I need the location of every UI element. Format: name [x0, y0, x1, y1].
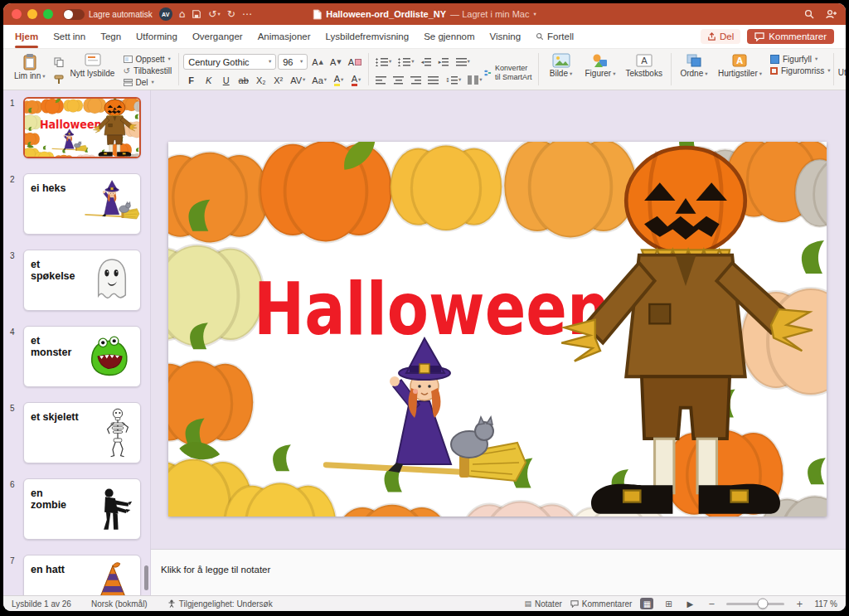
- slide-thumb-text: et skjelett: [31, 408, 79, 458]
- share-button-ribbon[interactable]: Del: [701, 29, 740, 44]
- align-left-button[interactable]: [373, 72, 389, 88]
- line-spacing-button[interactable]: ↕▾: [443, 72, 463, 88]
- avatar[interactable]: AV: [159, 7, 172, 21]
- insert-shapes-button[interactable]: Figurer▾: [581, 51, 620, 80]
- group-separator: [671, 53, 672, 85]
- bold-button[interactable]: F: [183, 72, 199, 88]
- change-case-button[interactable]: Aa▾: [309, 72, 329, 88]
- columns-button[interactable]: ▾: [465, 72, 484, 88]
- chevron-down-icon: ▾: [479, 77, 482, 83]
- shape-fill-button[interactable]: Figurfyll▾: [768, 55, 833, 64]
- format-painter-button[interactable]: [51, 72, 66, 87]
- document-title[interactable]: Halloween-ord_Ordliste_NY — Lagret i min…: [313, 3, 536, 25]
- align-center-button[interactable]: [391, 72, 406, 88]
- slide-thumbnail-5[interactable]: et skjelett: [23, 402, 141, 463]
- slide-number: 7: [10, 555, 23, 565]
- numbering-button[interactable]: ▾: [395, 54, 416, 70]
- increase-indent-button[interactable]: ▸: [436, 54, 452, 70]
- text-highlight-button[interactable]: A▾: [331, 72, 347, 88]
- slide-thumbnail-2[interactable]: ei heks: [23, 173, 141, 235]
- slide-thumbnail-6[interactable]: en zombie: [23, 478, 141, 540]
- insert-picture-button[interactable]: Bilde▾: [543, 51, 580, 80]
- tab-animasjoner[interactable]: Animasjoner: [258, 25, 311, 48]
- autosave-label: Lagre automatisk: [89, 10, 153, 19]
- slide-thumbnail-4[interactable]: et monster: [23, 326, 141, 387]
- tab-utforming[interactable]: Utforming: [136, 25, 177, 48]
- zoom-level[interactable]: 117 %: [814, 599, 837, 609]
- zoom-out-button[interactable]: −: [705, 598, 718, 609]
- fullscreen-button[interactable]: [43, 9, 53, 19]
- slide-number: 5: [10, 402, 23, 413]
- underline-button[interactable]: U: [218, 72, 234, 88]
- zoom-slider[interactable]: [726, 603, 784, 605]
- undo-button[interactable]: ↺▾: [208, 9, 220, 19]
- subscript-button[interactable]: X₂: [253, 72, 269, 88]
- strikethrough-button[interactable]: ab: [235, 72, 251, 88]
- comments-toggle-button[interactable]: Kommentarer: [570, 599, 633, 609]
- reset-button[interactable]: ↺ Tilbakestill: [121, 66, 175, 75]
- slide-thumbnail-3[interactable]: et spøkelse: [23, 250, 141, 311]
- shape-outline-button[interactable]: Figuromriss▾: [768, 66, 833, 75]
- normal-view-button[interactable]: ▦: [640, 598, 653, 609]
- justify-button[interactable]: [425, 72, 441, 88]
- tab-fortell[interactable]: Fortell: [536, 25, 574, 48]
- align-center-icon: [393, 75, 404, 85]
- slideshow-button[interactable]: ▶: [683, 598, 696, 609]
- character-spacing-button[interactable]: AV▾: [288, 72, 308, 88]
- align-right-button[interactable]: [408, 72, 424, 88]
- accessibility-button[interactable]: Tilgjengelighet: Undersøk: [167, 599, 273, 609]
- insert-textbox-button[interactable]: A Tekstboks: [621, 51, 666, 80]
- clear-formatting-button[interactable]: A: [346, 54, 364, 70]
- tab-se-gjennom[interactable]: Se gjennom: [424, 25, 474, 48]
- bullets-button[interactable]: ▾: [373, 54, 394, 70]
- text-direction-button[interactable]: ▾: [454, 54, 473, 70]
- shrink-font-button[interactable]: A▼: [327, 54, 344, 70]
- tab-hjem[interactable]: Hjem: [15, 25, 38, 48]
- group-separator: [538, 53, 539, 85]
- notes-toggle-button[interactable]: ▤ Notater: [524, 599, 561, 609]
- redo-button[interactable]: ↻: [227, 9, 235, 19]
- design-ideas-button[interactable]: Utforming: [838, 51, 847, 88]
- section-button[interactable]: Del▾: [121, 78, 175, 87]
- superscript-button[interactable]: X²: [270, 72, 286, 88]
- slide[interactable]: [168, 142, 827, 517]
- more-actions-button[interactable]: ⋯: [242, 9, 252, 19]
- tab-overganger[interactable]: Overganger: [192, 25, 243, 48]
- grow-font-button[interactable]: A▲: [309, 54, 326, 70]
- skeleton-image: [102, 408, 133, 458]
- slide-canvas[interactable]: [168, 142, 827, 517]
- copy-button[interactable]: [51, 55, 66, 70]
- zoom-in-button[interactable]: +: [793, 598, 806, 609]
- tab-sett-inn[interactable]: Sett inn: [53, 25, 85, 48]
- home-button[interactable]: ⌂: [179, 9, 186, 19]
- share-user-button[interactable]: [826, 9, 837, 19]
- font-size-select[interactable]: 96▾: [278, 54, 308, 70]
- font-color-button[interactable]: A▾: [348, 72, 364, 88]
- paste-button[interactable]: Lim inn▾: [10, 51, 50, 83]
- font-name-select[interactable]: Century Gothic▾: [183, 54, 276, 70]
- language-button[interactable]: Norsk (bokmål): [91, 599, 148, 609]
- tab-visning[interactable]: Visning: [490, 25, 522, 48]
- italic-button[interactable]: K: [201, 72, 216, 88]
- save-button[interactable]: [192, 9, 201, 19]
- comments-button-ribbon[interactable]: Kommentarer: [747, 29, 834, 44]
- arrange-button[interactable]: Ordne▾: [676, 51, 712, 80]
- new-slide-button[interactable]: Nytt lysbilde: [66, 51, 119, 80]
- search-button[interactable]: [804, 9, 814, 19]
- quick-styles-button[interactable]: A Hurtigstiler▾: [714, 51, 766, 80]
- decrease-indent-button[interactable]: ◂: [419, 54, 434, 70]
- layout-button[interactable]: Oppsett▾: [121, 55, 175, 64]
- slide-thumbnail-1[interactable]: [23, 97, 141, 158]
- close-button[interactable]: [12, 9, 22, 19]
- tab-tegn[interactable]: Tegn: [100, 25, 121, 48]
- notes-pane[interactable]: Klikk for å legge til notater: [151, 549, 846, 595]
- minimize-button[interactable]: [27, 9, 37, 19]
- slide-sorter-view-button[interactable]: ⊞: [662, 598, 675, 609]
- quick-styles-icon: A: [731, 53, 748, 68]
- tab-lysbildefremvisning[interactable]: Lysbildefremvisning: [326, 25, 410, 48]
- autosave-toggle[interactable]: Lagre automatisk: [63, 9, 153, 20]
- thumbnail-scrollbar[interactable]: [144, 565, 148, 590]
- slide-thumbnail-7[interactable]: en hatt: [23, 555, 141, 595]
- convert-smartart-button[interactable]: Konverter til SmartArt: [484, 51, 533, 88]
- zoom-slider-knob[interactable]: [757, 599, 768, 609]
